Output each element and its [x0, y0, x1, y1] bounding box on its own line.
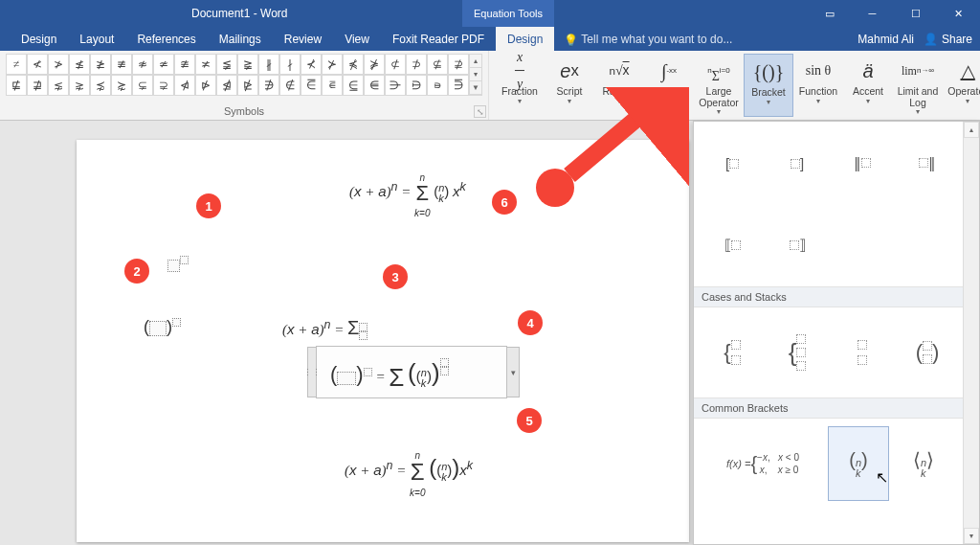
symbol-cell[interactable]: ⋷ [322, 75, 343, 96]
tab-design[interactable]: Design [10, 27, 68, 51]
symbol-cell[interactable]: ∉ [279, 75, 301, 96]
symbol-cell[interactable]: ⋩ [111, 75, 132, 96]
symbol-cell[interactable]: ⋭ [237, 75, 258, 96]
tab-equation-design[interactable]: Design [496, 27, 554, 51]
gallery-scrollbar[interactable]: ▴ ▾ [963, 122, 979, 544]
close-button[interactable]: ✕ [937, 0, 980, 27]
symbol-cell[interactable]: ∦ [258, 54, 279, 75]
tab-foxit-reader-pdf[interactable]: Foxit Reader PDF [381, 27, 496, 51]
symbol-cell[interactable]: ≠ [6, 54, 27, 75]
symbol-cell[interactable]: ≉ [132, 54, 153, 75]
symbol-cell[interactable]: ≇ [174, 54, 195, 75]
angle-bracket-nk-item[interactable]: ⟨nk⟩ [893, 426, 954, 501]
binom-paren-item[interactable]: () [897, 315, 958, 390]
symbol-cell[interactable]: ⊋ [153, 75, 174, 96]
symbol-cell[interactable]: ≮ [27, 54, 48, 75]
symbol-cell[interactable]: ≢ [111, 54, 132, 75]
accent-button[interactable]: ä Accent ▾ [843, 54, 893, 117]
bracket-icon: {()} [753, 57, 785, 87]
function-button[interactable]: sin θ Function ▾ [793, 54, 843, 117]
limit-log-icon: limn→∞ [902, 56, 934, 86]
equation-editor-box[interactable]: ⋮⋮ ▾ () = Σ ((nk)) [316, 346, 507, 398]
symbol-cell[interactable]: ≩ [237, 54, 258, 75]
symbol-cell[interactable]: ⊅ [406, 54, 427, 75]
integral-icon: ∫-xx [661, 56, 677, 86]
bracket-double-bar-left-item[interactable]: ‖ [832, 129, 893, 196]
symbol-cell[interactable]: ⋺ [385, 75, 406, 96]
operator-button[interactable]: △ Operator ▾ [943, 54, 980, 117]
equation-paren-placeholder[interactable]: () [144, 312, 181, 337]
tab-review[interactable]: Review [273, 27, 333, 51]
symbol-cell[interactable]: ⊀ [301, 54, 322, 75]
maximize-button[interactable]: ☐ [894, 0, 937, 27]
tab-mailings[interactable]: Mailings [208, 27, 273, 51]
bracket-double-square-right-item[interactable]: ⟧ [767, 212, 828, 279]
equation-script-placeholder[interactable] [167, 253, 189, 273]
tell-me-search[interactable]: 💡 Tell me what you want to do... [554, 33, 742, 46]
symbol-cell[interactable]: ⋨ [90, 75, 111, 96]
symbol-cell[interactable]: ⊄ [385, 54, 406, 75]
symbol-cell[interactable]: ⋠ [343, 54, 364, 75]
cases-3-item[interactable]: { [767, 315, 828, 390]
symbol-cell[interactable]: ≱ [90, 54, 111, 75]
title-bar: Document1 - Word Equation Tools ▭ ─ ☐ ✕ [0, 0, 980, 27]
gallery-row-brackets-1: [ ] ‖ ‖ [694, 122, 964, 204]
symbol-cell[interactable]: ≯ [48, 54, 69, 75]
symbol-cell[interactable]: ⋡ [364, 54, 385, 75]
share-button[interactable]: 👤 Share [924, 33, 972, 46]
tab-layout[interactable]: Layout [68, 27, 125, 51]
symbols-dialog-launcher[interactable]: ⤡ [474, 105, 486, 118]
symbol-cell[interactable]: ⊊ [132, 75, 153, 96]
tab-view[interactable]: View [333, 27, 381, 51]
symbol-cell[interactable]: ≰ [69, 54, 90, 75]
minimize-button[interactable]: ─ [851, 0, 894, 27]
bracket-left-square-item[interactable]: [ [702, 129, 763, 196]
equation-box-dropdown[interactable]: ▾ [506, 347, 520, 397]
stack-2-item[interactable] [832, 315, 893, 390]
symbol-cell[interactable]: ⋪ [174, 75, 195, 96]
binomial-nk-item[interactable]: (nk) [828, 426, 889, 501]
limit-log-button[interactable]: limn→∞ Limit and Log ▾ [893, 54, 943, 117]
symbol-cell[interactable]: ∌ [258, 75, 279, 96]
tab-references[interactable]: References [125, 27, 207, 51]
symbol-cell[interactable]: ⋶ [301, 75, 322, 96]
symbol-cell[interactable]: ⊈ [427, 54, 448, 75]
symbol-cell[interactable]: ⋦ [48, 75, 69, 96]
callout-arrow-icon [517, 87, 689, 212]
symbol-cell[interactable]: ⋽ [448, 75, 469, 96]
ribbon-options-icon[interactable]: ▭ [808, 0, 851, 27]
symbol-cell[interactable]: ⋢ [6, 75, 27, 96]
account-name[interactable]: Mahmid Ali [858, 33, 914, 46]
symbol-cell[interactable]: ⊉ [448, 54, 469, 75]
equation-box-handle[interactable]: ⋮⋮ [307, 347, 317, 397]
callout-2: 2 [124, 259, 149, 284]
bracket-button[interactable]: {()} Bracket ▾ [744, 54, 793, 117]
symbol-cell[interactable]: ⋫ [195, 75, 216, 96]
equation-step-5[interactable]: (x + a)n = n Σ k=0 ((nk))xk [345, 446, 473, 498]
piecewise-fx-item[interactable]: f(x) = {−x, x < 0 x, x ≥ 0 [702, 426, 824, 501]
symbol-cell[interactable]: ≨ [216, 54, 237, 75]
symbol-cell[interactable]: ≭ [195, 54, 216, 75]
bracket-right-square-item[interactable]: ] [767, 129, 828, 196]
symbol-cell[interactable]: ⋧ [69, 75, 90, 96]
cases-2-item[interactable]: { [702, 315, 763, 390]
scroll-up-icon[interactable]: ▴ [964, 122, 979, 138]
symbol-cell[interactable]: ⋼ [427, 75, 448, 96]
bracket-double-square-left-item[interactable]: ⟦ [702, 212, 763, 279]
symbol-cell[interactable]: ⋹ [364, 75, 385, 96]
symbol-cell[interactable]: ⋬ [216, 75, 237, 96]
symbols-more-button[interactable]: ▴ ▾ ▼ [469, 54, 482, 96]
symbol-cell[interactable]: ⊁ [322, 54, 343, 75]
symbol-cell[interactable]: ⋣ [27, 75, 48, 96]
symbol-cell[interactable]: ∤ [279, 54, 301, 75]
bracket-double-bar-right-item[interactable]: ‖ [897, 129, 958, 196]
symbol-cell[interactable]: ≄ [153, 54, 174, 75]
scroll-down-icon[interactable]: ▾ [964, 528, 979, 544]
equation-binomial-full[interactable]: (x + a)n = n Σ k=0 (nk) xk [349, 169, 466, 218]
symbols-row-2: ⋢⋣⋦⋧⋨⋩⊊⊋⋪⋫⋬⋭∌∉⋶⋷⋸⋹⋺⋻⋼⋽ [6, 75, 469, 96]
large-operator-button[interactable]: nΣi=0 Large Operator ▾ [694, 54, 744, 117]
symbol-cell[interactable]: ⋸ [343, 75, 364, 96]
symbol-cell[interactable]: ⋻ [406, 75, 427, 96]
lightbulb-icon: 💡 [564, 34, 575, 45]
equation-step-3[interactable]: (x + a)n = Σ [282, 317, 368, 340]
